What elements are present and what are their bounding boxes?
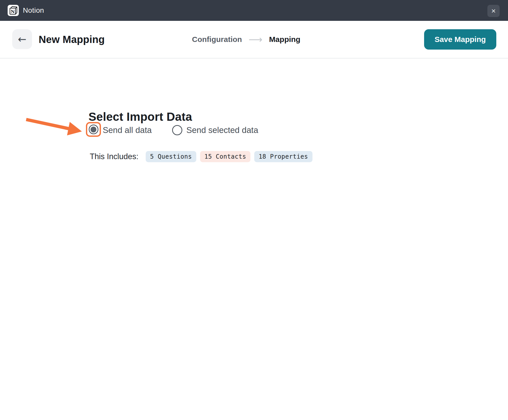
radio-selected-dot	[91, 127, 96, 132]
back-button[interactable]: ←	[12, 29, 32, 49]
radio-send-selected-data[interactable]	[172, 125, 182, 135]
app-name: Notion	[23, 0, 44, 21]
radio-send-all-data[interactable]	[89, 125, 98, 134]
app-topbar: N Notion ×	[0, 0, 508, 21]
step-arrow-icon: ⟶	[249, 35, 262, 44]
arrow-left-icon: ←	[18, 34, 26, 44]
badge-properties: 18 Properties	[254, 151, 312, 162]
radio-label-send-all-data[interactable]: Send all data	[103, 125, 152, 135]
page-title: New Mapping	[39, 21, 105, 58]
includes-row: This Includes: 5 Questions 15 Contacts 1…	[90, 151, 316, 162]
section-heading: Select Import Data	[88, 110, 192, 124]
close-icon: ×	[491, 7, 496, 15]
includes-label: This Includes:	[90, 152, 138, 161]
badge-questions: 5 Questions	[146, 151, 196, 162]
selected-option-highlight[interactable]	[86, 122, 101, 137]
radio-label-send-selected-data[interactable]: Send selected data	[186, 125, 258, 135]
badge-contacts: 15 Contacts	[200, 151, 250, 162]
page-header: ← New Mapping Configuration ⟶ Mapping Sa…	[0, 21, 508, 58]
step-configuration[interactable]: Configuration	[192, 35, 242, 44]
svg-text:N: N	[11, 9, 15, 14]
save-mapping-button[interactable]: Save Mapping	[424, 29, 496, 50]
close-button[interactable]: ×	[487, 5, 500, 17]
step-mapping: Mapping	[269, 35, 300, 44]
notion-logo-icon: N	[8, 5, 19, 16]
wizard-steps: Configuration ⟶ Mapping	[192, 21, 300, 58]
annotation-arrow	[23, 114, 86, 140]
